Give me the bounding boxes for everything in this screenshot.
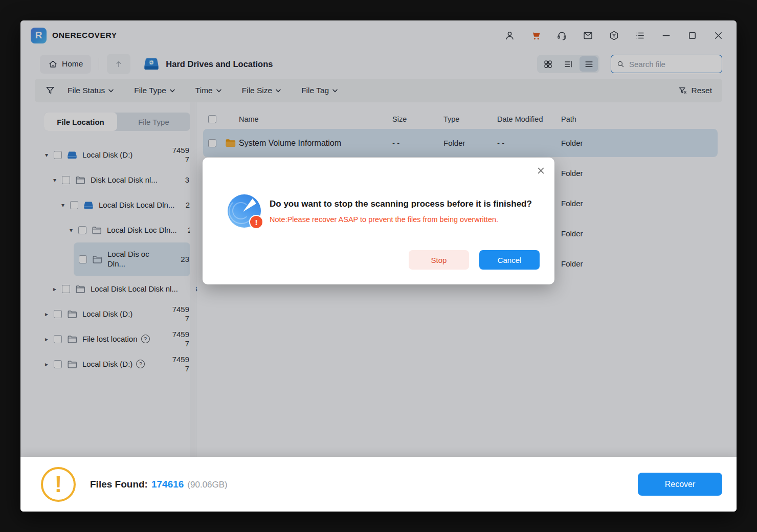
files-found-label: Files Found: [90, 479, 148, 490]
status-bar: ! Files Found: 174616 (90.06GB) Recover [20, 457, 737, 512]
desktop-background: R ONERECOVERY Home [0, 0, 757, 532]
scan-warning-icon: ! [228, 194, 261, 228]
dialog-note: Note:Please recover ASAP to prevent the … [270, 215, 541, 224]
cancel-button[interactable]: Cancel [479, 250, 540, 270]
stop-button[interactable]: Stop [409, 250, 469, 270]
warning-circle-icon: ! [41, 467, 76, 502]
exclamation-badge: ! [249, 215, 263, 229]
recover-button[interactable]: Recover [638, 473, 722, 496]
stop-scan-dialog: ! Do you want to stop the scanning proce… [203, 158, 554, 284]
app-window: R ONERECOVERY Home [20, 20, 737, 512]
files-found-count: 174616 [151, 479, 184, 490]
files-found-size: (90.06GB) [187, 480, 227, 490]
dialog-title: Do you want to stop the scanning process… [270, 199, 541, 209]
dialog-close-icon[interactable] [534, 164, 547, 177]
